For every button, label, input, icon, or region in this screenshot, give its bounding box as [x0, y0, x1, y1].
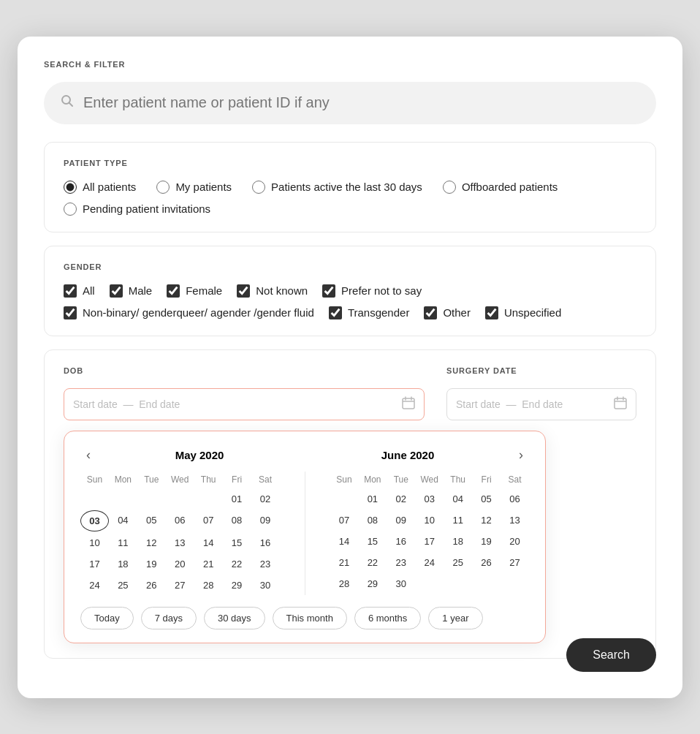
left-cal-day[interactable]: 29 [223, 575, 251, 595]
left-cal-day[interactable]: 18 [109, 554, 137, 574]
left-cal-day[interactable]: 12 [137, 533, 166, 553]
left-cal-day[interactable]: 20 [166, 554, 194, 574]
right-cal-day[interactable]: 27 [501, 553, 529, 572]
search-input[interactable] [83, 94, 640, 111]
today-button[interactable]: Today [80, 607, 134, 629]
dob-date-input[interactable]: Start date — End date [64, 388, 425, 420]
left-cal-day[interactable]: 05 [137, 510, 166, 531]
checkbox-not-known[interactable]: Not known [237, 284, 308, 298]
right-cal-day[interactable]: 21 [330, 553, 359, 572]
30days-button[interactable]: 30 days [204, 607, 265, 629]
radio-my-patients[interactable]: My patients [156, 181, 232, 194]
prev-month-button[interactable]: ‹ [80, 446, 96, 464]
left-cal-day[interactable]: 21 [194, 554, 223, 574]
left-cal-day[interactable]: 07 [194, 510, 223, 531]
search-icon [60, 94, 75, 112]
right-cal-day[interactable]: 11 [444, 510, 472, 530]
checkbox-prefer-not[interactable]: Prefer not to say [322, 284, 422, 298]
right-cal-day[interactable]: 04 [444, 489, 472, 509]
right-cal-day[interactable]: 30 [387, 574, 415, 594]
left-cal-day[interactable]: 13 [166, 533, 194, 553]
left-cal-day[interactable]: 25 [109, 575, 137, 595]
checkbox-transgender[interactable]: Transgender [329, 306, 410, 319]
left-cal-day-today[interactable]: 03 [80, 510, 109, 531]
right-cal-day[interactable]: 18 [444, 531, 472, 551]
right-cal-day[interactable]: 20 [501, 531, 529, 551]
right-cal-day[interactable]: 01 [358, 489, 387, 509]
dob-calendar-icon[interactable] [402, 396, 415, 412]
left-cal-day[interactable]: 19 [137, 554, 166, 574]
right-cal-day[interactable]: 26 [472, 553, 501, 572]
left-cal-day[interactable]: 15 [223, 533, 251, 553]
checkbox-all[interactable]: All [64, 284, 95, 298]
right-cal-day[interactable]: 22 [358, 553, 387, 572]
checkbox-other[interactable]: Other [424, 306, 471, 319]
gender-label: GENDER [64, 262, 636, 271]
checkbox-female[interactable]: Female [167, 284, 222, 298]
checkbox-unspecified[interactable]: Unspecified [485, 306, 561, 319]
right-cal-day[interactable]: 13 [501, 510, 529, 530]
left-cal-day[interactable]: 04 [109, 510, 137, 531]
next-month-button[interactable]: › [513, 446, 529, 464]
radio-offboarded-patients[interactable]: Offboarded patients [443, 181, 558, 194]
right-cal-day[interactable]: 25 [444, 553, 472, 572]
calendar-dropdown: ‹ May 2020 June 2020 › Sun Mon Tue Wed T… [64, 431, 546, 643]
right-cal-day[interactable]: 09 [387, 510, 415, 530]
right-cal-day[interactable]: 29 [358, 574, 387, 594]
left-cal-day[interactable]: 30 [251, 575, 280, 595]
right-cal-day[interactable]: 24 [415, 553, 444, 572]
left-cal-day[interactable]: 06 [166, 510, 194, 531]
left-cal-day[interactable]: 17 [80, 554, 109, 574]
right-cal-day[interactable]: 16 [387, 531, 415, 551]
left-cal-day[interactable]: 28 [194, 575, 223, 595]
patient-type-card: PATIENT TYPE All patients My patients Pa… [44, 142, 656, 232]
modal-container: SEARCH & FILTER PATIENT TYPE All patient… [18, 37, 682, 698]
gender-card: GENDER All Male Female Not known Prefer … [44, 246, 656, 336]
right-cal-day[interactable]: 12 [472, 510, 501, 530]
right-cal-day[interactable]: 14 [330, 531, 359, 551]
left-cal-day[interactable]: 02 [251, 489, 280, 509]
7days-button[interactable]: 7 days [141, 607, 197, 629]
search-bar [44, 82, 656, 124]
right-cal-day[interactable]: 17 [415, 531, 444, 551]
search-button[interactable]: Search [566, 638, 656, 672]
right-cal-day[interactable]: 23 [387, 553, 415, 572]
left-month-title: May 2020 [175, 449, 224, 461]
this-month-button[interactable]: This month [273, 607, 347, 629]
calendar-nav: ‹ May 2020 June 2020 › [80, 446, 529, 464]
1year-button[interactable]: 1 year [428, 607, 482, 629]
left-cal-day[interactable]: 24 [80, 575, 109, 595]
right-cal-day[interactable]: 10 [415, 510, 444, 530]
left-cal-day[interactable]: 26 [137, 575, 166, 595]
left-cal-day[interactable]: 08 [223, 510, 251, 531]
left-cal-day[interactable]: 16 [251, 533, 280, 553]
surgery-date-input[interactable]: Start date — End date [446, 388, 636, 420]
right-cal-day[interactable]: 07 [330, 510, 359, 530]
right-cal-day[interactable]: 19 [472, 531, 501, 551]
left-cal-day[interactable]: 09 [251, 510, 280, 531]
surgery-calendar-icon[interactable] [614, 396, 627, 412]
radio-active-patients[interactable]: Patients active the last 30 days [252, 181, 422, 194]
right-cal-day[interactable]: 02 [387, 489, 415, 509]
right-cal-day[interactable]: 15 [358, 531, 387, 551]
left-cal-day[interactable]: 11 [109, 533, 137, 553]
patient-type-group: All patients My patients Patients active… [64, 181, 636, 194]
left-cal-day[interactable]: 22 [223, 554, 251, 574]
left-cal-day[interactable]: 01 [223, 489, 251, 509]
right-cal-day[interactable]: 08 [358, 510, 387, 530]
radio-pending-patients[interactable]: Pending patient invitations [64, 203, 210, 216]
left-cal-day[interactable]: 23 [251, 554, 280, 574]
right-cal-day[interactable]: 03 [415, 489, 444, 509]
right-cal-day[interactable]: 05 [472, 489, 501, 509]
radio-all-patients[interactable]: All patients [64, 181, 136, 194]
right-cal-day[interactable]: 06 [501, 489, 529, 509]
left-cal-day[interactable]: 27 [166, 575, 194, 595]
gender-group-row2: Non-binary/ genderqueer/ agender /gender… [64, 306, 636, 319]
right-cal-day[interactable]: 28 [330, 574, 359, 594]
dob-label: DOB [64, 366, 425, 375]
6months-button[interactable]: 6 months [354, 607, 421, 629]
checkbox-nonbinary[interactable]: Non-binary/ genderqueer/ agender /gender… [64, 306, 314, 319]
checkbox-male[interactable]: Male [110, 284, 153, 298]
left-cal-day[interactable]: 10 [80, 533, 109, 553]
left-cal-day[interactable]: 14 [194, 533, 223, 553]
